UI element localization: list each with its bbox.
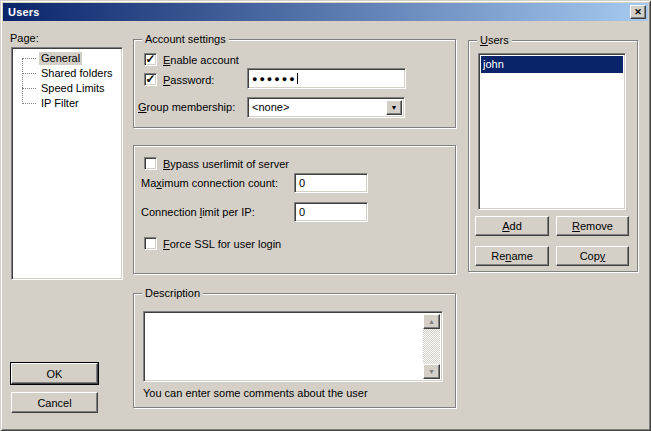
- description-textarea[interactable]: ▲ ▼: [143, 311, 443, 382]
- text-caret: [297, 73, 298, 84]
- checkmark-icon: ✓: [145, 53, 155, 65]
- tree-branch-icon: [22, 88, 36, 89]
- checkmark-icon: ✓: [145, 73, 155, 85]
- scroll-up-icon: ▲: [428, 318, 435, 325]
- bypass-userlimit-checkbox[interactable]: [144, 157, 157, 170]
- copy-user-button[interactable]: Copy: [556, 246, 629, 266]
- description-group-label: Description: [142, 287, 203, 300]
- close-icon: ✕: [634, 8, 642, 17]
- bypass-userlimit-label[interactable]: Bypass userlimit of server: [163, 157, 289, 171]
- scroll-down-button[interactable]: ▼: [423, 364, 440, 379]
- tree-item-shared-folders[interactable]: Shared folders: [12, 66, 122, 81]
- connection-limit-per-ip-label: Connection limit per IP:: [141, 206, 255, 219]
- max-connection-count-label: Maximum connection count:: [141, 177, 278, 190]
- description-hint: You can enter some comments about the us…: [143, 387, 368, 400]
- description-text[interactable]: [146, 314, 423, 379]
- tree-branch-icon: [22, 58, 36, 59]
- enable-account-label[interactable]: Enable account: [163, 53, 239, 67]
- users-listbox[interactable]: john: [478, 53, 626, 210]
- password-input[interactable]: ●●●●●●: [247, 68, 406, 89]
- force-ssl-checkbox[interactable]: [144, 237, 157, 250]
- titlebar[interactable]: Users ✕: [3, 3, 648, 21]
- window-title: Users: [3, 6, 40, 18]
- tree-item-ip-filter[interactable]: IP Filter: [12, 96, 122, 111]
- users-dialog: Users ✕ Page: General Shared folders Spe…: [0, 0, 651, 431]
- remove-user-button[interactable]: Remove: [556, 216, 629, 236]
- group-membership-select[interactable]: <none> ▼: [247, 97, 405, 118]
- description-scrollbar[interactable]: ▲ ▼: [423, 314, 440, 379]
- page-label: Page:: [10, 32, 39, 45]
- page-tree[interactable]: General Shared folders Speed Limits IP F…: [11, 47, 123, 280]
- scroll-down-icon: ▼: [428, 368, 435, 375]
- dropdown-button[interactable]: ▼: [386, 100, 402, 115]
- chevron-down-icon: ▼: [391, 104, 398, 111]
- tree-item-speed-limits[interactable]: Speed Limits: [12, 81, 122, 96]
- connection-limits-group: Bypass userlimit of server Maximum conne…: [133, 145, 456, 274]
- tree-item-general[interactable]: General: [12, 51, 122, 66]
- description-group: Description ▲ ▼ You can enter some comme…: [133, 293, 456, 408]
- enable-account-checkbox[interactable]: ✓: [144, 53, 157, 66]
- ok-button[interactable]: OK: [11, 363, 98, 384]
- rename-user-button[interactable]: Rename: [475, 246, 549, 266]
- scroll-up-button[interactable]: ▲: [423, 314, 440, 329]
- account-settings-group-label: Account settings: [142, 33, 229, 46]
- password-label[interactable]: Password:: [163, 73, 214, 87]
- password-masked-value: ●●●●●●: [252, 72, 297, 86]
- add-user-button[interactable]: Add: [475, 216, 549, 236]
- tree-branch-icon: [22, 103, 36, 104]
- group-membership-value: <none>: [252, 100, 289, 115]
- cancel-button[interactable]: Cancel: [11, 392, 98, 413]
- tree-branch-icon: [22, 73, 36, 74]
- account-settings-group: Account settings ✓ Enable account ✓ Pass…: [133, 39, 456, 128]
- user-list-item[interactable]: john: [481, 56, 623, 73]
- close-button[interactable]: ✕: [630, 5, 646, 19]
- password-checkbox[interactable]: ✓: [144, 73, 157, 86]
- group-membership-label: Group membership:: [138, 101, 235, 114]
- scrollbar-track[interactable]: [423, 329, 440, 364]
- connection-limit-per-ip-input[interactable]: 0: [294, 202, 368, 222]
- force-ssl-label[interactable]: Force SSL for user login: [163, 237, 281, 251]
- users-group-label: Users: [477, 34, 512, 47]
- max-connection-count-input[interactable]: 0: [294, 173, 368, 193]
- users-group: Users john Add Remove Rename Copy: [468, 40, 638, 272]
